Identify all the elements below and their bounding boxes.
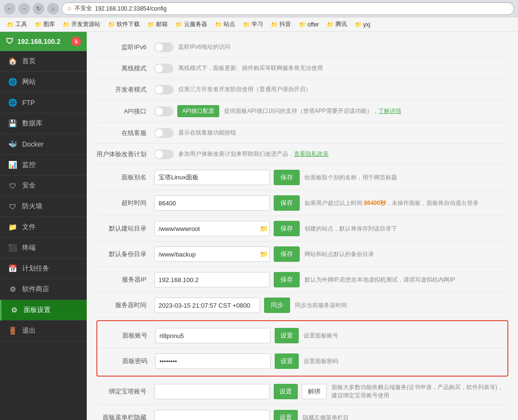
setting-control-api: API接口配置 <box>154 105 219 117</box>
sidebar-item-terminal[interactable]: ⬛ 终端 <box>0 238 87 258</box>
privacy-policy-link[interactable]: 查看隐私政策 <box>294 150 329 157</box>
address-bar[interactable]: ⚠ 不安全 192.168.100.2:33854/config <box>62 2 514 15</box>
sidebar-item-docker[interactable]: 🐳 Docker <box>0 134 87 155</box>
sitedir-folder-button[interactable]: 📁 <box>260 225 268 232</box>
timeout-input[interactable] <box>154 195 270 211</box>
sidebar-header-left: 🛡 192.168.100.2 <box>6 37 61 46</box>
bindaccount-unbind-button[interactable]: 解绑 <box>302 384 327 399</box>
firewall-icon: 🛡 <box>8 203 17 211</box>
sidebar-item-ftp[interactable]: 🌐 FTP <box>0 93 87 113</box>
sidebar-item-database[interactable]: 💾 数据库 <box>0 113 87 134</box>
setting-row-sitedir: 默认建站目录 📁 保存 创建的站点，默认将保存到该目录下 <box>96 216 508 242</box>
timeout-highlight: 86400秒 <box>364 200 385 206</box>
toggle-ipv6[interactable] <box>154 42 173 52</box>
bookmark-tools[interactable]: 📁 工具 <box>4 19 30 29</box>
folder-icon: 📁 <box>355 21 362 28</box>
setting-control-bindaccount: 设置 解绑 <box>154 384 327 399</box>
sidebar-item-files[interactable]: 📁 文件 <box>0 217 87 238</box>
sitedir-input[interactable] <box>154 221 270 236</box>
bookmark-label: 软件下载 <box>117 20 140 28</box>
sidebar-item-label: 首页 <box>22 57 36 66</box>
sidebar-item-security[interactable]: 🛡 安全 <box>0 176 87 196</box>
sidebar-item-monitor[interactable]: 📊 监控 <box>0 155 87 176</box>
bookmark-email[interactable]: 📁 邮箱 <box>145 19 171 29</box>
bookmark-douyin[interactable]: 📁 抖音 <box>268 19 294 29</box>
servertime-sync-button[interactable]: 同步 <box>264 298 290 313</box>
sitedir-save-button[interactable]: 保存 <box>274 221 300 236</box>
password-input[interactable] <box>155 353 271 369</box>
sidebar-item-website[interactable]: 🌐 网站 <box>0 72 87 93</box>
setting-label-servertime: 服务器时间 <box>96 301 154 310</box>
bookmark-study[interactable]: 📁 学习 <box>240 19 266 29</box>
sidebar-item-firewall[interactable]: 🛡 防火墙 <box>0 196 87 217</box>
bookmark-label: 云服务器 <box>184 20 207 28</box>
api-config-button[interactable]: API接口配置 <box>177 105 219 117</box>
backupdir-folder-button[interactable]: 📁 <box>260 250 268 258</box>
bookmark-devresource[interactable]: 📁 开发资源站 <box>60 19 103 29</box>
refresh-button[interactable]: ↻ <box>33 3 44 14</box>
forward-button[interactable]: → <box>18 3 30 14</box>
timeout-save-button[interactable]: 保存 <box>274 195 300 211</box>
sidebar-item-panelsettings[interactable]: ⚙ 面板设置 <box>0 300 87 321</box>
serverip-save-button[interactable]: 保存 <box>274 272 300 287</box>
bindaccount-input[interactable] <box>154 384 270 399</box>
files-icon: 📁 <box>8 223 17 231</box>
database-icon: 💾 <box>8 119 17 128</box>
bookmark-software[interactable]: 📁 软件下载 <box>105 19 143 29</box>
setting-label-password: 面板密码 <box>97 357 155 366</box>
toggle-userexp[interactable] <box>154 149 173 159</box>
setting-desc-sitedir: 创建的站点，默认将保存到该目录下 <box>305 225 508 233</box>
toggle-onlineservice[interactable] <box>154 128 173 138</box>
bookmark-gallery[interactable]: 📁 图库 <box>32 19 58 29</box>
backupdir-save-button[interactable]: 保存 <box>274 246 300 262</box>
sidebar-item-label: 面板设置 <box>24 306 51 314</box>
sidebar-item-label: 文件 <box>22 223 36 231</box>
home-button[interactable]: ⌂ <box>47 3 59 14</box>
bookmark-site[interactable]: 📁 站点 <box>212 19 238 29</box>
sidebar-item-label: 防火墙 <box>22 202 42 211</box>
sidebar-item-home[interactable]: 🏠 首页 <box>0 51 87 72</box>
menuhide-set-button[interactable]: 设置 <box>274 410 298 420</box>
back-button[interactable]: ← <box>4 3 15 14</box>
backupdir-input[interactable] <box>154 246 270 262</box>
serverip-input[interactable] <box>154 272 270 287</box>
setting-desc-alias: 给面板取个别的名称，用于网页标题 <box>305 174 508 182</box>
bookmark-cloud[interactable]: 📁 云服务器 <box>173 19 210 29</box>
bookmark-label: 开发资源站 <box>71 20 100 28</box>
bindaccount-set-button[interactable]: 设置 <box>274 384 298 399</box>
setting-label-account: 面板账号 <box>97 331 155 340</box>
setting-label-sitedir: 默认建站目录 <box>96 224 154 233</box>
main-layout: 🛡 192.168.100.2 5 🏠 首页 🌐 网站 🌐 FTP 💾 数据库 … <box>0 32 518 420</box>
terminal-icon: ⬛ <box>8 244 17 252</box>
toggle-devmode[interactable] <box>154 85 173 95</box>
sidebar-item-label: Docker <box>22 140 43 148</box>
api-detail-link[interactable]: 了解详情 <box>378 108 401 114</box>
bookmark-yxj[interactable]: 📁 yxj <box>352 20 373 29</box>
settings-container: 监听IPv6 监听IPv6地址的访问 离线模式 离线模式下，面板更新、插件购买等… <box>87 32 518 420</box>
toggle-offline[interactable] <box>154 64 173 73</box>
panel-alias-save-button[interactable]: 保存 <box>274 170 300 185</box>
menuhide-input[interactable] <box>154 410 270 420</box>
sidebar-item-logout[interactable]: 🚪 退出 <box>0 321 87 341</box>
bookmark-label: 站点 <box>224 20 235 28</box>
home-icon: 🏠 <box>8 57 17 66</box>
folder-icon: 📁 <box>7 21 14 28</box>
toggle-api[interactable] <box>154 107 173 116</box>
sidebar-item-cron[interactable]: 📅 计划任务 <box>0 258 87 279</box>
bookmark-tencent[interactable]: 📁 腾讯 <box>324 19 350 29</box>
sidebar-item-appstore[interactable]: ⚙ 软件商店 <box>0 279 87 300</box>
password-set-button[interactable]: 设置 <box>275 353 299 369</box>
setting-desc-userexp: 参加用户体验改善计划来帮助我们改进产品，查看隐私政策 <box>178 150 508 158</box>
folder-icon: 📁 <box>35 21 42 28</box>
setting-label-offline: 离线模式 <box>96 64 154 73</box>
folder-icon: 📁 <box>243 21 250 28</box>
folder-icon: 📁 <box>108 21 115 28</box>
setting-label-onlineservice: 在线客服 <box>96 129 154 137</box>
account-set-button[interactable]: 设置 <box>275 328 299 343</box>
panel-alias-input[interactable] <box>154 170 270 185</box>
servertime-input[interactable] <box>154 298 260 313</box>
account-input[interactable] <box>155 328 271 343</box>
folder-icon: 📁 <box>271 21 278 28</box>
logout-icon: 🚪 <box>8 326 17 335</box>
bookmark-offer[interactable]: 📁 offer <box>296 20 322 29</box>
